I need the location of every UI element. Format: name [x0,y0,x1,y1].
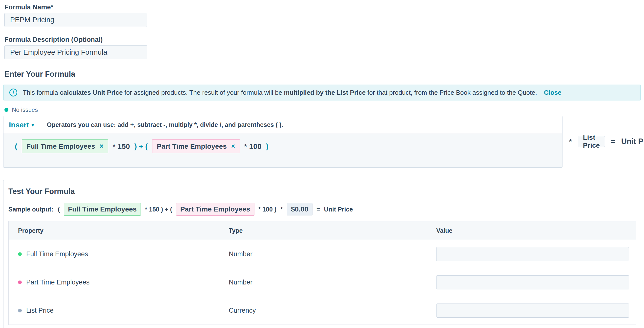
remove-token-icon[interactable]: × [100,143,104,150]
property-dot-icon [18,309,22,312]
banner-close-link[interactable]: Close [544,89,562,96]
test-values-table: Property Type Value Full Time Employees … [8,221,636,325]
token-label: Part Time Employees [157,142,227,150]
value-input-part-time[interactable] [436,275,629,289]
sample-multiply-sign: * [280,206,283,213]
test-formula-heading: Test Your Formula [8,187,636,196]
formula-input-area[interactable]: ( Full Time Employees × * 150 ) + ( Part… [4,134,562,168]
property-type: Number [219,250,427,258]
formula-editor-page: Formula Name* Formula Description (Optio… [0,0,644,328]
validation-status: No issues [4,106,641,113]
list-price-chip: List Price [578,136,605,147]
property-name: List Price [26,307,54,314]
enter-formula-heading: Enter Your Formula [4,69,641,79]
operators-hint: Operators you can use: add +, subtract -… [47,121,283,128]
info-banner: ! This formula calculates Unit Price for… [3,85,641,100]
property-type: Number [219,278,427,286]
formula-editor: Insert ▾ Operators you can use: add +, s… [3,116,562,168]
insert-dropdown-button[interactable]: Insert ▾ [9,121,34,129]
formula-connector: ) + ( [134,139,148,153]
formula-segment: * 100 [244,139,262,153]
info-icon: ! [10,89,17,96]
token-label: Full Time Employees [26,142,95,150]
column-header-value: Value [427,227,636,234]
editor-toolbar: Insert ▾ Operators you can use: add +, s… [4,116,562,134]
sample-output-label: Sample output: [8,206,53,213]
close-paren: ) [266,139,268,153]
formula-name-label: Formula Name* [4,3,641,11]
sample-output-row: Sample output: ( Full Time Employees * 1… [8,203,636,216]
sample-token-full-time: Full Time Employees [64,203,141,216]
multiply-sign: * [569,137,572,146]
sample-equals-sign: = [316,206,320,213]
sample-result-label: Unit Price [324,206,353,213]
property-name: Full Time Employees [26,250,88,258]
table-header-row: Property Type Value [9,221,636,240]
property-dot-icon [18,252,22,256]
sample-segment: * 150 ) + ( [145,206,172,213]
property-type: Currency [219,307,427,314]
caret-down-icon: ▾ [32,122,34,127]
unit-price-label: Unit Price [621,137,644,146]
formula-name-input[interactable] [4,13,147,27]
token-full-time-employees[interactable]: Full Time Employees × [22,139,108,153]
formula-description-label: Formula Description (Optional) [4,35,641,44]
value-input-full-time[interactable] [436,247,629,261]
info-banner-text: This formula calculates Unit Price for a… [23,89,562,96]
column-header-type: Type [219,227,427,234]
remove-token-icon[interactable]: × [231,143,235,150]
status-text: No issues [12,106,38,113]
sample-price-chip: $0.00 [287,203,312,215]
open-paren: ( [15,139,17,153]
sample-open-paren: ( [58,206,60,213]
column-header-property: Property [9,227,219,234]
test-formula-section: Test Your Formula Sample output: ( Full … [3,180,641,328]
insert-label: Insert [9,121,29,129]
formula-description-input[interactable] [4,45,147,59]
list-price-equation: * List Price = Unit Price [569,136,644,147]
table-row: Part Time Employees Number [9,268,636,296]
token-part-time-employees[interactable]: Part Time Employees × [152,139,240,153]
property-dot-icon [18,280,22,284]
property-name: Part Time Employees [26,278,90,286]
sample-segment: * 100 ) [258,206,277,213]
sample-token-part-time: Part Time Employees [176,203,254,216]
formula-segment: * 150 [113,139,130,153]
status-dot-icon [4,108,8,112]
equals-sign: = [611,137,615,146]
table-row: List Price Currency [9,296,636,324]
value-input-list-price[interactable] [436,303,629,318]
table-row: Full Time Employees Number [9,240,636,268]
